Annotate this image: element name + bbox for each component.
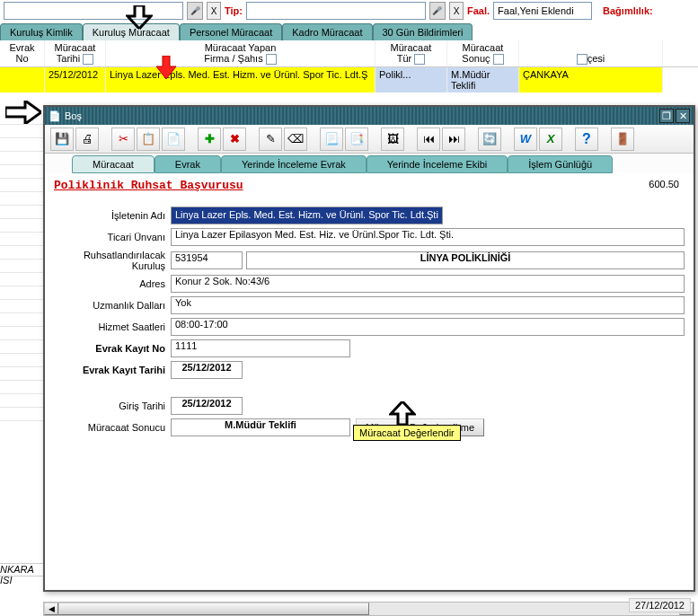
copy-icon[interactable]: 📋 bbox=[137, 128, 160, 151]
window-titlebar[interactable]: 📄 Boş ❐ ✕ bbox=[45, 107, 694, 125]
input-evrak-tarih[interactable]: 25/12/2012 bbox=[171, 361, 243, 379]
window-close-icon[interactable]: ✕ bbox=[676, 109, 690, 123]
toolbar: 💾 🖨 ✂ 📋 📄 ✚ ✖ ✎ ⌫ 📃 📑 🖼 ⏮ ⏭ 🔄 W X ? 🚪 bbox=[45, 125, 694, 154]
label-adres: Adres bbox=[54, 278, 171, 289]
gh-cesi: çesi bbox=[588, 53, 605, 64]
input-isletenin-adi[interactable]: Linya Lazer Epls. Med. Est. Hizm. ve Ürü… bbox=[171, 207, 443, 224]
mic-icon-1[interactable]: 🎤 bbox=[187, 2, 203, 20]
inner-tab-evrak[interactable]: Evrak bbox=[155, 155, 221, 173]
inner-tab-yerinde-ekibi[interactable]: Yerinde İnceleme Ekibi bbox=[367, 155, 508, 173]
inner-tab-yerinde-evrak[interactable]: Yerinde İnceleme Evrak bbox=[221, 155, 367, 173]
clear-btn-2[interactable]: X bbox=[449, 2, 464, 20]
gh-muracaat1: Müracaat bbox=[49, 42, 102, 53]
scroll-left-icon[interactable]: ◀ bbox=[44, 603, 58, 615]
add-icon[interactable]: ✚ bbox=[198, 128, 221, 151]
help-icon[interactable]: ? bbox=[575, 128, 598, 151]
inner-tab-muracaat[interactable]: Müracaat bbox=[72, 155, 155, 173]
exit-icon[interactable]: 🚪 bbox=[611, 128, 634, 151]
form-area: Poliklinik Ruhsat Başvurusu 600.50 İşlet… bbox=[45, 173, 694, 442]
label-isletenin-adi: İşletenin Adı bbox=[54, 210, 171, 221]
word-icon[interactable]: W bbox=[514, 128, 537, 151]
input-muracaat-sonuc[interactable]: M.Müdür Teklifi bbox=[171, 418, 350, 436]
tab-kurulus-kimlik[interactable]: Kuruluş Kimlik bbox=[0, 23, 83, 40]
gh-muracaat2: Müracaat bbox=[379, 42, 443, 53]
edit-icon[interactable]: ✎ bbox=[259, 128, 282, 151]
bottom-left-text: NKARA ISI bbox=[0, 563, 43, 576]
inner-tab-islem-gunlugu[interactable]: İşlem Günlüğü bbox=[508, 155, 613, 173]
label-uzmanlik: Uzmanlık Dalları bbox=[54, 300, 171, 311]
annotation-arrow-row bbox=[155, 56, 178, 79]
tab-30gun-bildirimleri[interactable]: 30 Gün Bildirimleri bbox=[373, 23, 473, 40]
gh-check-3[interactable] bbox=[414, 54, 425, 65]
top-tabs: Kuruluş Kimlik Kuruluş Müracaat Personel… bbox=[0, 23, 698, 40]
form-title: Poliklinik Ruhsat Başvurusu bbox=[54, 179, 685, 192]
input-evrak-no[interactable]: 1111 bbox=[171, 339, 350, 357]
label-giris-tarih: Giriş Tarihi bbox=[54, 400, 171, 411]
label-ticari-unvani: Ticari Ünvanı bbox=[54, 232, 171, 242]
save-icon[interactable]: 💾 bbox=[50, 128, 74, 151]
excel-icon[interactable]: X bbox=[539, 128, 562, 151]
window-icon: 📄 bbox=[49, 110, 61, 122]
gh-check-1[interactable] bbox=[83, 54, 93, 65]
window-restore-icon[interactable]: ❐ bbox=[659, 109, 674, 123]
print-icon[interactable]: 🖨 bbox=[75, 128, 99, 151]
left-row-strip bbox=[0, 111, 43, 421]
row-tur: Polikl... bbox=[376, 67, 447, 92]
tab-personel-muracaat[interactable]: Personel Müracaat bbox=[180, 23, 282, 40]
refresh-icon[interactable]: 🔄 bbox=[478, 128, 501, 151]
status-date: 27/12/2012 bbox=[629, 598, 691, 612]
clear-icon[interactable]: ⌫ bbox=[284, 128, 307, 151]
scroll-track[interactable] bbox=[58, 603, 679, 615]
tip-label: Tip: bbox=[225, 5, 243, 16]
filter-input-1[interactable] bbox=[4, 2, 183, 20]
gh-firma: Firma / Şahıs bbox=[204, 53, 262, 64]
last-icon[interactable]: ⏭ bbox=[442, 128, 465, 151]
gh-yapan: Müracaat Yapan bbox=[110, 42, 371, 53]
top-filter-bar: 🎤 X Tip: 🎤 X Faal. Faal,Yeni Eklendi Bağ… bbox=[0, 0, 698, 22]
input-ruhsat-ad[interactable]: LİNYA POLİKLİNİĞİ bbox=[246, 251, 685, 269]
gh-muracaat3: Müracaat bbox=[451, 42, 515, 53]
cut-icon[interactable]: ✂ bbox=[111, 128, 135, 151]
scroll-thumb[interactable] bbox=[58, 603, 369, 615]
gh-tarihi: Tarihi bbox=[57, 53, 80, 64]
input-giris-tarih[interactable]: 25/12/2012 bbox=[171, 397, 243, 415]
gh-check-4[interactable] bbox=[493, 54, 504, 65]
faal-value[interactable]: Faal,Yeni Eklendi bbox=[493, 2, 592, 20]
filter-input-tip[interactable] bbox=[246, 2, 426, 20]
row-ilce: ÇANKAYA bbox=[519, 67, 663, 92]
input-uzmanlik[interactable]: Yok bbox=[171, 296, 685, 314]
first-icon[interactable]: ⏮ bbox=[417, 128, 440, 151]
gh-tur: Tür bbox=[397, 53, 412, 64]
input-hizmet[interactable]: 08:00-17:00 bbox=[171, 318, 685, 336]
form-number: 600.50 bbox=[649, 179, 679, 189]
table-row[interactable]: 25/12/2012 Linya Lazer Epls. Med. Est. H… bbox=[0, 67, 698, 92]
modal-window: 📄 Boş ❐ ✕ 💾 🖨 ✂ 📋 📄 ✚ ✖ ✎ ⌫ 📃 📑 🖼 ⏮ ⏭ 🔄 … bbox=[43, 105, 695, 592]
mic-icon-2[interactable]: 🎤 bbox=[429, 2, 446, 20]
window-title: Boş bbox=[65, 110, 659, 121]
label-evrak-tarih: Evrak Kayıt Tarihi bbox=[54, 365, 171, 375]
input-ruhsat-kod[interactable]: 531954 bbox=[171, 251, 243, 269]
label-evrak-no: Evrak Kayıt No bbox=[54, 343, 171, 354]
grid-header: Evrak No Müracaat Tarihi Müracaat Yapan … bbox=[0, 40, 698, 67]
label-hizmet: Hizmet Saatleri bbox=[54, 321, 171, 332]
delete-icon[interactable]: ✖ bbox=[223, 128, 246, 151]
input-adres[interactable]: Konur 2 Sok. No:43/6 bbox=[171, 275, 685, 293]
gh-no: No bbox=[4, 53, 40, 64]
gh-evrak: Evrak bbox=[4, 42, 40, 53]
gh-check-5[interactable] bbox=[577, 54, 588, 65]
clear-btn-1[interactable]: X bbox=[207, 2, 221, 20]
eval-tooltip: Müracaat Değerlendir bbox=[353, 425, 461, 441]
annotation-arrow-window bbox=[5, 101, 41, 124]
doc2-icon[interactable]: 📑 bbox=[345, 128, 368, 151]
paste-icon[interactable]: 📄 bbox=[162, 128, 185, 151]
gh-check-2[interactable] bbox=[266, 54, 277, 65]
faal-label: Faal. bbox=[467, 5, 490, 16]
annotation-arrow-tab bbox=[126, 5, 153, 29]
input-ticari-unvani[interactable]: Linya Lazer Epilasyon Med. Est. Hiz. ve … bbox=[171, 228, 685, 246]
horizontal-scrollbar[interactable]: ◀ ▶ bbox=[43, 602, 694, 616]
image-icon[interactable]: 🖼 bbox=[381, 128, 404, 151]
label-muracaat-sonuc: Müracaat Sonucu bbox=[54, 422, 171, 433]
tab-kadro-muracaat[interactable]: Kadro Müracaat bbox=[282, 23, 372, 40]
doc1-icon[interactable]: 📃 bbox=[320, 128, 343, 151]
gh-sonuc: Sonuç bbox=[462, 53, 490, 64]
